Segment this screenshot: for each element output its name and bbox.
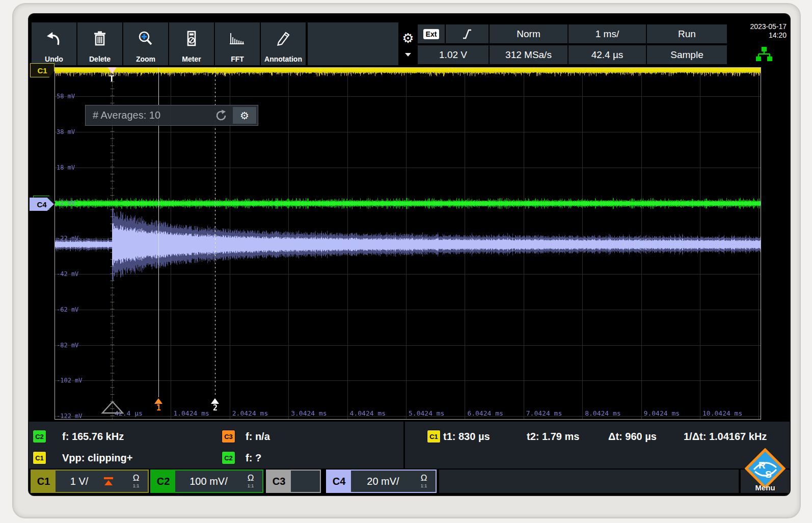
sample-rate-cell[interactable]: 312 MSa/s [490, 45, 567, 64]
channel1-scale: 1 V/ [56, 476, 103, 487]
channel4-name: C4 [327, 471, 351, 492]
channel-bar-filler [439, 470, 739, 493]
lan-icon [754, 46, 774, 63]
trigger-position-cell[interactable]: 42.4 µs [569, 45, 646, 64]
rising-edge-icon [461, 27, 474, 41]
measurement3-channel-badge: C1 [33, 451, 46, 464]
trigger-source-badge: Ext [423, 29, 440, 39]
toolbar-spacer [308, 22, 398, 65]
delete-button[interactable]: Delete [77, 22, 122, 65]
channel3-block[interactable]: C3 [266, 470, 321, 493]
fft-icon [227, 22, 248, 55]
measurement1-value[interactable]: f: 165.76 kHz [62, 431, 124, 443]
trigger-level-cell[interactable]: 1.02 V [418, 45, 489, 64]
overload-icon [103, 477, 114, 486]
measurement1-channel-badge: C2 [33, 430, 46, 443]
zoom-button[interactable]: Zoom [123, 22, 168, 65]
channel4-coupling: Ω [421, 473, 427, 483]
measurement-panel [29, 422, 790, 469]
panel-divider [403, 422, 405, 469]
svg-text:R: R [759, 460, 766, 471]
channel2-coupling: Ω [248, 473, 254, 483]
rs-diamond-logo: R S [745, 448, 786, 489]
cursor-inv-dt-value[interactable]: 1/Δt: 1.04167 kHz [684, 431, 767, 443]
toolbar-settings-button[interactable]: ⚙ [400, 22, 416, 65]
trigger-position-marker-label: T [109, 74, 114, 84]
measurement4-channel-badge: C2 [222, 451, 235, 464]
trigger-position-marker[interactable] [107, 67, 117, 74]
trigger-source-cell[interactable]: Ext [418, 24, 445, 43]
channel2-block[interactable]: C2 100 mV/ Ω 1:1 [150, 470, 263, 493]
svg-text:S: S [765, 469, 772, 480]
channel1-position-marker[interactable]: C1 [30, 63, 55, 77]
trash-icon [91, 22, 109, 55]
channel4-scale: 20 mV/ [351, 476, 415, 487]
measurement3-value[interactable]: Vpp: clipping+ [62, 452, 132, 464]
menu-label: Menu [741, 483, 790, 492]
channel1-block[interactable]: C1 1 V/ Ω 1:1 [31, 470, 149, 493]
cursor-dt-value[interactable]: Δt: 960 µs [608, 431, 657, 443]
clock-block: 2023-05-17 14:20 [729, 22, 787, 40]
undo-label: Undo [45, 55, 63, 63]
meter-label: Meter [182, 55, 201, 63]
annotation-button[interactable]: Annotation [261, 22, 306, 65]
averages-overlay[interactable]: # Averages: 10 ⚙ [85, 105, 258, 126]
channel4-block[interactable]: C4 20 mV/ Ω 1:1 [326, 470, 437, 493]
cursor-t2-value[interactable]: t2: 1.79 ms [527, 431, 579, 443]
scope-screen: Undo Delete Zoom Meter FFT Annotation ⚙ [28, 13, 791, 496]
fft-button[interactable]: FFT [215, 22, 260, 65]
cursor2-label[interactable]: 2 [213, 403, 218, 412]
channel2-scale: 100 mV/ [175, 476, 242, 487]
zoom-label: Zoom [136, 55, 155, 63]
averages-settings-button[interactable]: ⚙ [233, 107, 256, 124]
delete-label: Delete [89, 55, 111, 63]
channel1-probe: 1:1 [133, 483, 140, 488]
measurement2-value[interactable]: f: n/a [246, 431, 270, 443]
timebase-cell[interactable]: 1 ms/ [569, 24, 646, 43]
undo-button[interactable]: Undo [32, 22, 76, 65]
measurement2-channel-badge: C3 [222, 430, 235, 443]
date-label: 2023-05-17 [729, 22, 787, 31]
oscilloscope-screenshot: { "toolbar": { "buttons": [ {"label": "U… [0, 0, 812, 523]
gear-icon: ⚙ [402, 32, 414, 45]
acquisition-mode-cell[interactable]: Sample [647, 45, 727, 64]
time-label: 14:20 [729, 31, 787, 40]
run-state-cell[interactable]: Run [647, 24, 727, 43]
zoom-icon [137, 22, 154, 55]
measurement4-value[interactable]: f: ? [246, 452, 261, 464]
channel1-name: C1 [32, 471, 56, 492]
channel1-coupling: Ω [133, 473, 140, 483]
cursor-channel-badge: C1 [427, 430, 441, 443]
channel2-probe: 1:1 [248, 483, 254, 488]
refresh-icon[interactable] [214, 109, 228, 122]
fft-label: FFT [231, 55, 244, 63]
annotation-icon [275, 22, 292, 55]
trigger-slope-cell[interactable] [446, 24, 489, 43]
gear-icon: ⚙ [240, 109, 249, 122]
menu-button[interactable]: R S Menu [741, 470, 790, 493]
cursor-t1-value[interactable]: t1: 830 µs [443, 431, 490, 443]
averages-label: # Averages: 10 [86, 109, 214, 121]
meter-button[interactable]: Meter [169, 22, 214, 65]
trigger-mode-cell[interactable]: Norm [490, 24, 567, 43]
annotation-label: Annotation [264, 55, 302, 63]
undo-icon [45, 22, 63, 55]
meter-icon [183, 22, 200, 55]
cursor1-label[interactable]: 1 [156, 403, 161, 412]
channel2-name: C2 [151, 471, 175, 492]
chevron-down-icon [405, 53, 411, 57]
channel4-probe: 1:1 [421, 483, 427, 488]
channel3-name: C3 [267, 471, 291, 492]
trigger-time-marker[interactable] [101, 400, 124, 415]
